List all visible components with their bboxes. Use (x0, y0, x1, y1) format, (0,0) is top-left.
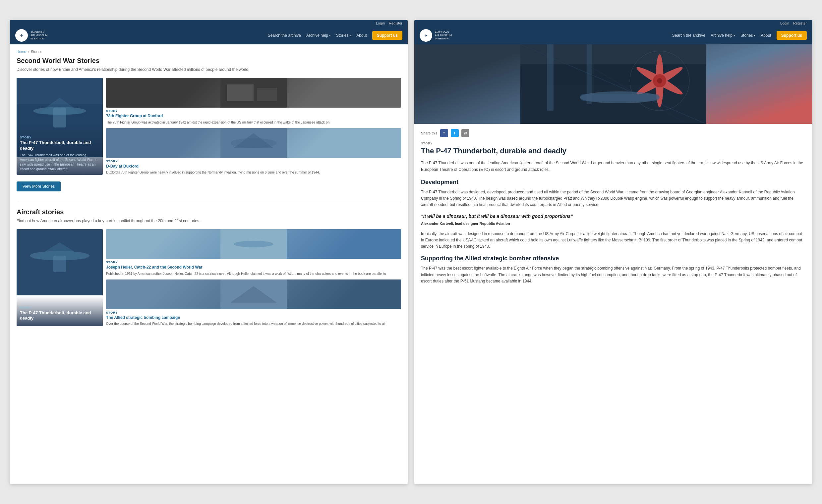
svg-rect-4 (53, 108, 66, 127)
left-main-card-overlay: STORY The P-47 Thunderbolt, durable and … (17, 126, 103, 175)
left-aircraft-main-card[interactable]: STORY The P-47 Thunderbolt, durable and … (17, 229, 103, 326)
right-logo[interactable]: ✈ AMERICAN AIR MUSEUM IN BRITAIN (420, 29, 463, 42)
right-logo-text: AMERICAN AIR MUSEUM IN BRITAIN (435, 31, 452, 40)
svg-rect-23 (547, 44, 553, 111)
archive-help-caret-right: ▾ (734, 34, 735, 37)
right-article-story-label: STORY (421, 142, 805, 145)
login-link-left[interactable]: Login (376, 21, 385, 25)
left-aircraft-card3-text: Over the course of the Second World War,… (106, 322, 401, 326)
left-section1-desc: Discover stories of how Britain and Amer… (17, 67, 401, 73)
left-aircraft-cards-row: STORY The P-47 Thunderbolt, durable and … (17, 229, 401, 326)
left-aircraft-card2-image (106, 229, 401, 259)
left-aircraft-main-image (17, 229, 103, 295)
left-topbar: Login Register (10, 20, 408, 26)
right-window: Login Register ✈ AMERICAN AIR MUSEUM IN … (414, 20, 812, 484)
register-link-right[interactable]: Register (793, 21, 807, 25)
left-card2-title: 78th Fighter Group at Duxford (106, 114, 401, 119)
right-support-button[interactable]: Support us (777, 31, 807, 40)
right-topbar: Login Register (414, 20, 812, 26)
left-aircraft-small-cards: STORY Joseph Heller, Catch-22 and the Se… (106, 229, 401, 326)
left-main-card-text: The P-47 Thunderbolt was one of the lead… (20, 153, 99, 172)
right-quote-para: Ironically, the aircraft was designed in… (421, 231, 805, 250)
left-stories[interactable]: Stories ▾ (336, 33, 351, 38)
left-aircraft-card2-title: Joseph Heller, Catch-22 and the Second W… (106, 265, 401, 270)
left-logo[interactable]: ✈ AMERICAN AIR MUSEUM IN BRITAIN (15, 29, 58, 42)
right-share-facebook[interactable]: f (440, 129, 448, 137)
left-small-cards: STORY 78th Fighter Group at Duxford The … (106, 78, 401, 175)
left-aircraft-card2[interactable]: STORY Joseph Heller, Catch-22 and the Se… (106, 229, 401, 276)
svg-rect-6 (227, 84, 254, 101)
right-logo-icon: ✈ (420, 29, 432, 42)
left-section1-title: Second World War Stories (17, 57, 401, 65)
left-main-card-title: The P-47 Thunderbolt, durable and deadly (20, 140, 99, 151)
right-support-text: The P-47 was the best escort fighter ava… (421, 265, 805, 284)
right-dev-text: The P-47 Thunderbolt was designed, devel… (421, 189, 805, 208)
left-aircraft-card2-story-label: STORY (106, 261, 401, 264)
right-share-row: Share this f t @ (421, 129, 805, 137)
left-card3-story-label: STORY (106, 160, 401, 163)
right-share-email[interactable]: @ (461, 129, 469, 137)
left-card3-svg (106, 128, 401, 158)
left-card2-story-label: STORY (106, 109, 401, 113)
right-dev-title: Development (421, 179, 805, 186)
left-nav-links: Search the archive Archive help ▾ Storie… (65, 31, 402, 40)
login-link-right[interactable]: Login (780, 21, 789, 25)
svg-point-16 (234, 241, 274, 247)
left-card2[interactable]: STORY 78th Fighter Group at Duxford The … (106, 78, 401, 125)
left-section-divider (17, 203, 401, 203)
left-logo-text: AMERICAN AIR MUSEUM IN BRITAIN (30, 31, 47, 40)
svg-rect-32 (580, 94, 660, 101)
left-breadcrumb: Home › Stories (17, 50, 401, 54)
left-main-card[interactable]: STORY The P-47 Thunderbolt, durable and … (17, 78, 103, 175)
right-stories[interactable]: Stories ▾ (741, 33, 755, 38)
left-aircraft-card2-svg (106, 229, 401, 259)
svg-rect-14 (53, 256, 66, 272)
left-aircraft-main-svg (17, 229, 103, 295)
left-card2-text: The 78th Fighter Group was activated in … (106, 120, 401, 125)
left-navbar: ✈ AMERICAN AIR MUSEUM IN BRITAIN Search … (10, 26, 408, 44)
right-hero-image (414, 44, 812, 124)
left-cards-row: STORY The P-47 Thunderbolt, durable and … (17, 78, 401, 175)
left-card3-image (106, 128, 401, 158)
left-aircraft-main-title: The P-47 Thunderbolt, durable and deadly (20, 310, 99, 322)
breadcrumb-sep: › (28, 50, 29, 54)
left-about[interactable]: About (356, 33, 367, 38)
left-aircraft-card2-text: Published in 1961 by American author Jos… (106, 272, 401, 276)
right-archive-help[interactable]: Archive help ▾ (711, 33, 735, 38)
right-search-archive[interactable]: Search the archive (672, 33, 705, 38)
right-blockquote: "It will be a dinosaur, but it will be a… (421, 213, 805, 220)
right-navbar: ✈ AMERICAN AIR MUSEUM IN BRITAIN Search … (414, 26, 812, 44)
breadcrumb-home-left[interactable]: Home (17, 50, 26, 54)
breadcrumb-current-left: Stories (31, 50, 42, 54)
left-support-button[interactable]: Support us (372, 31, 402, 40)
archive-help-caret-left: ▾ (329, 34, 331, 37)
left-section2-desc: Find out how American airpower has playe… (17, 218, 401, 224)
stories-caret-left: ▾ (349, 34, 351, 37)
left-aircraft-card3-svg (106, 279, 401, 309)
left-aircraft-main-story-label: STORY (20, 306, 99, 309)
left-archive-help[interactable]: Archive help ▾ (306, 33, 331, 38)
right-support-title: Supporting the Allied strategic bomber o… (421, 255, 805, 262)
left-aircraft-card3-title: The Allied strategic bombing campaign (106, 315, 401, 321)
right-article-title: The P-47 Thunderbolt, durable and deadly (421, 147, 805, 155)
register-link-left[interactable]: Register (389, 21, 402, 25)
left-card3[interactable]: STORY D-Day at Duxford Duxford's 78th Fi… (106, 128, 401, 175)
left-aircraft-card3[interactable]: STORY The Allied strategic bombing campa… (106, 279, 401, 327)
left-card2-svg (106, 78, 401, 108)
stories-caret-right: ▾ (754, 34, 755, 37)
left-aircraft-card3-image (106, 279, 401, 309)
right-hero-svg (414, 44, 812, 124)
right-share-label: Share this (421, 131, 437, 135)
left-card2-image (106, 78, 401, 108)
right-article-body: Share this f t @ STORY The P-47 Thunderb… (414, 124, 812, 295)
svg-rect-7 (257, 88, 277, 101)
left-page-content: Home › Stories Second World War Stories … (10, 44, 408, 336)
right-article-intro: The P-47 Thunderbolt was one of the lead… (421, 160, 805, 173)
left-view-more-button[interactable]: View More Stories (17, 181, 61, 191)
left-search-archive[interactable]: Search the archive (268, 33, 301, 38)
left-main-card-story-label: STORY (20, 136, 99, 139)
svg-point-30 (657, 78, 662, 83)
right-about[interactable]: About (761, 33, 771, 38)
left-aircraft-card3-story-label: STORY (106, 311, 401, 314)
right-share-twitter[interactable]: t (451, 129, 459, 137)
